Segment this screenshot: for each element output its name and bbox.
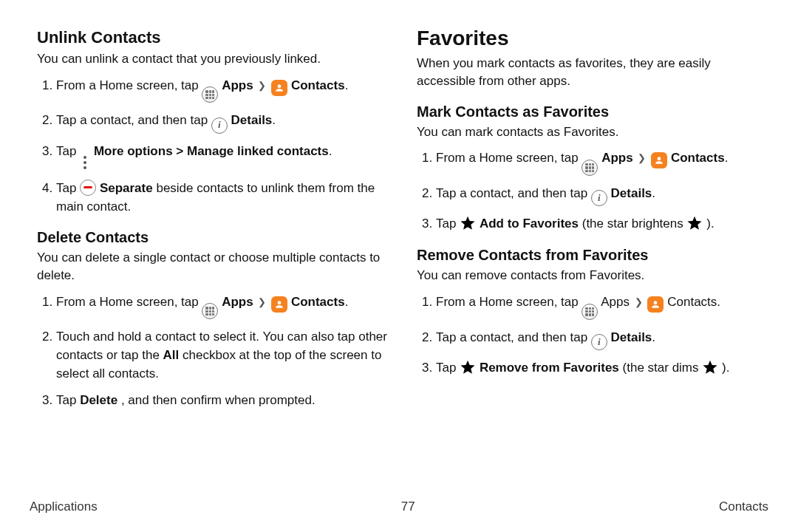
chevron-right-icon: ❯ [636, 152, 647, 163]
contacts-icon [271, 80, 287, 96]
list-item: From a Home screen, tap Apps ❯ Contacts. [56, 77, 392, 103]
list-item: Tap Remove from Favorites (the star dims… [436, 359, 761, 378]
contacts-icon [271, 296, 287, 313]
contacts-icon [647, 296, 664, 313]
list-item: Tap More options > Manage linked contact… [56, 143, 392, 171]
heading-delete-contacts: Delete Contacts [37, 229, 392, 246]
star-bright-icon [686, 215, 703, 231]
intro-delete: You can delete a single contact or choos… [37, 249, 392, 284]
star-dim-icon [460, 215, 476, 231]
star-dim-icon [702, 359, 718, 375]
footer-right: Contacts [719, 499, 768, 514]
page-footer: Applications 77 Contacts [30, 499, 768, 514]
manual-page: Unlink Contacts You can unlink a contact… [0, 0, 798, 532]
footer-left: Applications [30, 499, 98, 514]
info-icon: i [591, 334, 607, 350]
intro-unlink: You can unlink a contact that you previo… [37, 50, 392, 68]
apps-icon [202, 303, 218, 319]
list-item: Touch and hold a contact to select it. Y… [56, 328, 392, 383]
list-item: Tap a contact, and then tap i Details. [56, 112, 392, 133]
steps-unlink: From a Home screen, tap Apps ❯ Contacts.… [37, 77, 392, 216]
list-item: Tap Add to Favorites (the star brightens… [436, 215, 761, 233]
more-options-icon [80, 154, 90, 171]
steps-remove: From a Home screen, tap Apps ❯ Contacts.… [417, 293, 761, 378]
heading-favorites: Favorites [417, 27, 761, 50]
list-item: Tap Delete , and then confirm when promp… [56, 392, 392, 410]
footer-page-number: 77 [401, 499, 415, 514]
chevron-right-icon: ❯ [633, 296, 644, 307]
info-icon: i [591, 190, 607, 206]
list-item: Tap a contact, and then tap i Details. [436, 185, 761, 206]
chevron-right-icon: ❯ [256, 80, 267, 91]
right-column: Favorites When you mark contacts as favo… [399, 27, 768, 532]
list-item: From a Home screen, tap Apps ❯ Contacts. [436, 149, 761, 176]
heading-remove-favorites: Remove Contacts from Favorites [417, 247, 761, 264]
list-item: From a Home screen, tap Apps ❯ Contacts. [436, 293, 761, 320]
list-item: Tap a contact, and then tap i Details. [436, 329, 761, 350]
info-icon: i [211, 117, 228, 134]
heading-unlink-contacts: Unlink Contacts [37, 28, 392, 47]
apps-icon [582, 304, 598, 320]
list-item: From a Home screen, tap Apps ❯ Contacts. [56, 293, 392, 320]
steps-delete: From a Home screen, tap Apps ❯ Contacts.… [37, 293, 392, 410]
intro-favorites: When you mark contacts as favorites, the… [417, 55, 761, 90]
chevron-right-icon: ❯ [256, 296, 267, 307]
contacts-icon [651, 152, 667, 168]
intro-remove: You can remove contacts from Favorites. [417, 267, 761, 284]
list-item: Tap Separate beside contacts to unlink t… [56, 180, 392, 216]
apps-icon [202, 86, 218, 103]
left-column: Unlink Contacts You can unlink a contact… [30, 27, 399, 532]
separate-icon [80, 180, 96, 196]
heading-mark-favorites: Mark Contacts as Favorites [417, 103, 761, 120]
steps-mark: From a Home screen, tap Apps ❯ Contacts.… [417, 149, 761, 233]
intro-mark: You can mark contacts as Favorites. [417, 123, 761, 141]
apps-icon [582, 160, 598, 176]
star-bright-icon [460, 359, 476, 375]
